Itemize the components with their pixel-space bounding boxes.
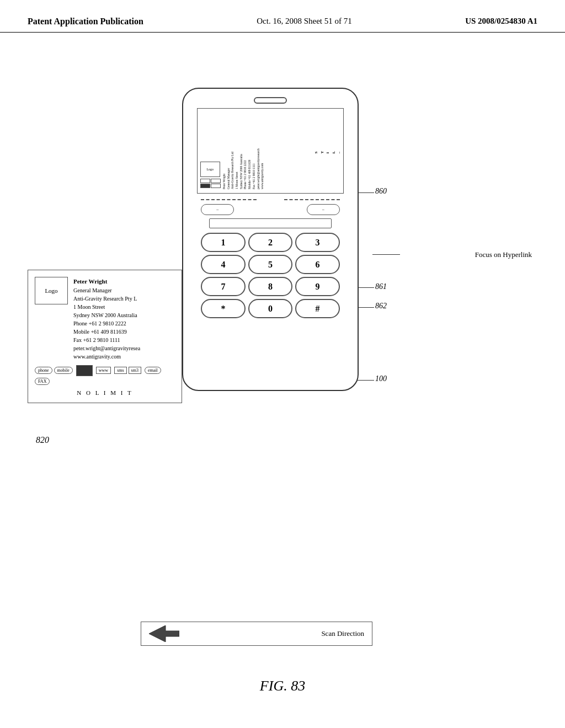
scan-direction-label: Scan Direction bbox=[321, 629, 364, 638]
ref-860: 860 bbox=[375, 187, 387, 196]
ref-860-line bbox=[358, 192, 374, 193]
card-top-section: Logo Peter Wright General Manager Anti-G… bbox=[35, 277, 175, 361]
action-www[interactable]: www bbox=[96, 367, 111, 374]
contact-fax-screen: Fax +61 2 9810 1111 bbox=[252, 164, 255, 190]
hyperlink-line bbox=[372, 254, 400, 255]
screen-logo: Logo bbox=[200, 162, 220, 177]
page-header: Patent Application Publication Oct. 16, … bbox=[0, 0, 565, 33]
key-1[interactable]: 1 bbox=[201, 233, 246, 252]
ref-862-line bbox=[358, 307, 374, 308]
scan-arrow-icon bbox=[149, 625, 179, 642]
nav-button-left[interactable]: -- bbox=[201, 204, 234, 215]
main-content: Logo Peter Wright General Manager Anti-G… bbox=[0, 33, 565, 716]
hyperlink-label: Focus on Hyperlink bbox=[475, 250, 532, 259]
action-sms[interactable]: sms bbox=[114, 367, 126, 374]
sep-line-right bbox=[284, 199, 340, 200]
card-fax: Fax +61 2 9810 1111 bbox=[73, 336, 140, 344]
key-5[interactable]: 5 bbox=[248, 255, 293, 274]
card-website: www.antigravity.com bbox=[73, 352, 140, 361]
publication-info: Oct. 16, 2008 Sheet 51 of 71 bbox=[257, 17, 351, 26]
card-phone: Phone +61 2 9810 2222 bbox=[73, 319, 140, 328]
key-hash[interactable]: # bbox=[295, 299, 340, 318]
card-logo: Logo bbox=[35, 277, 68, 304]
phone-screen: Logo Peter Wright General Manager Anti-G… bbox=[197, 108, 344, 194]
card-company: Anti-Gravity Research Pty L bbox=[73, 295, 140, 303]
ref-100: 100 bbox=[375, 374, 387, 383]
svg-marker-0 bbox=[149, 625, 179, 642]
publication-title: Patent Application Publication bbox=[28, 17, 143, 26]
phone-separator-1 bbox=[201, 199, 340, 200]
phone-speaker bbox=[254, 97, 287, 104]
action-email[interactable]: email bbox=[145, 367, 161, 374]
card-bottom-letters: N O L I M I T bbox=[35, 389, 175, 396]
key-8[interactable]: 8 bbox=[248, 277, 293, 296]
ref-862: 862 bbox=[375, 302, 387, 311]
contact-mobile-screen: Mobile +61 409 811639 bbox=[248, 160, 251, 189]
card-person-name: Peter Wright bbox=[73, 277, 140, 286]
key-7[interactable]: 7 bbox=[201, 277, 246, 296]
contact-company-screen: Anti-Gravity Research Pty Ltd bbox=[231, 152, 234, 189]
key-0[interactable]: 0 bbox=[248, 299, 293, 318]
key-3[interactable]: 3 bbox=[295, 233, 340, 252]
key-9[interactable]: 9 bbox=[295, 277, 340, 296]
scan-arrow-area bbox=[149, 625, 179, 642]
contact-title-screen: General Manager bbox=[226, 168, 230, 189]
card-address: 1 Moon Street bbox=[73, 303, 140, 311]
ref-861-line bbox=[358, 287, 374, 288]
contact-name-screen: Peter Wright bbox=[222, 174, 226, 189]
card-mobile: Mobile +61 409 811639 bbox=[73, 328, 140, 336]
contact-website-screen: www.antigravity.com bbox=[260, 163, 264, 189]
action-fax[interactable]: FAX bbox=[35, 378, 50, 385]
phone-keypad: 1 2 3 4 5 6 7 8 9 * 0 # bbox=[201, 233, 340, 318]
nav-button-right[interactable]: -- bbox=[307, 204, 340, 215]
action-phone[interactable]: phone bbox=[35, 367, 52, 374]
card-contact-info: Peter Wright General Manager Anti-Gravit… bbox=[73, 277, 140, 361]
ref-100-line bbox=[358, 380, 374, 381]
phone-nav-row: -- -- bbox=[201, 204, 340, 215]
contact-email-screen: peter.wright@antigravityresearch bbox=[256, 148, 259, 189]
scan-direction-container: Scan Direction bbox=[141, 622, 372, 646]
business-card: Logo Peter Wright General Manager Anti-G… bbox=[28, 270, 182, 403]
action-mobile[interactable]: mobile bbox=[54, 367, 73, 374]
screen-icon-group bbox=[200, 179, 221, 188]
contact-address-screen: 1 Moon Street bbox=[235, 172, 238, 189]
key-6[interactable]: 6 bbox=[295, 255, 340, 274]
ref-820: 820 bbox=[36, 435, 49, 445]
card-actions: phone mobile www sms sm3 email FAX bbox=[35, 365, 175, 385]
card-city: Sydney NSW 2000 Australia bbox=[73, 311, 140, 319]
key-2[interactable]: 2 bbox=[248, 233, 293, 252]
sep-line-left bbox=[201, 199, 257, 200]
screen-right-letters: STIL–M≥L bbox=[333, 111, 340, 190]
card-email: peter.wright@antigravityresea bbox=[73, 344, 140, 352]
phone-input-box[interactable] bbox=[209, 218, 332, 228]
figure-label: FIG. 83 bbox=[260, 678, 305, 694]
action-qr bbox=[76, 365, 93, 376]
key-4[interactable]: 4 bbox=[201, 255, 246, 274]
phone-device: Logo Peter Wright General Manager Anti-G… bbox=[182, 88, 359, 391]
contact-phone-screen: Phone +61 2 9810 2222 bbox=[243, 160, 247, 189]
publication-number: US 2008/0254830 A1 bbox=[465, 17, 537, 26]
card-person-title: General Manager bbox=[73, 286, 140, 295]
key-star[interactable]: * bbox=[201, 299, 246, 318]
contact-city-screen: Sydney NSW 2000 Australia bbox=[239, 154, 243, 189]
action-sm3[interactable]: sm3 bbox=[129, 367, 141, 374]
ref-861: 861 bbox=[375, 282, 387, 291]
